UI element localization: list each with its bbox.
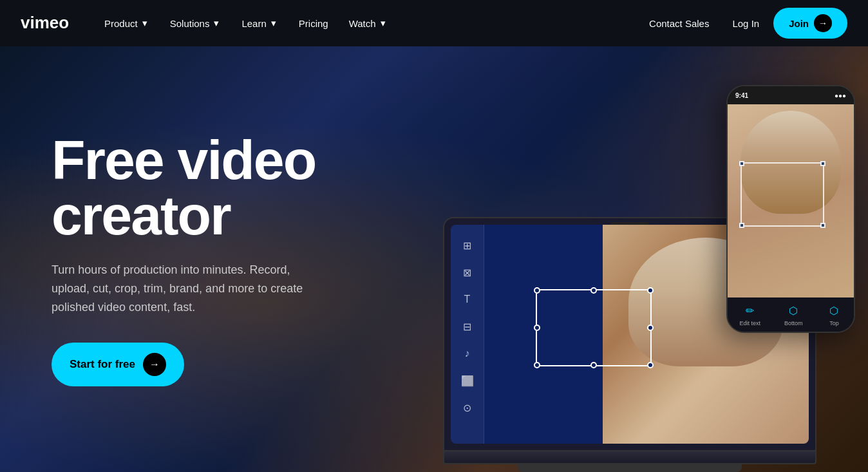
top-icon: ⬡ [826,303,842,318]
hero-devices: ⊞ ⊠ T ⊟ ♪ ⬜ ⊙ [404,46,868,472]
login-link[interactable]: Log In [723,13,768,34]
phone-mockup: 9:41 ●●● ✏ Edit text ⬡ Bot [726,85,855,333]
start-for-free-button[interactable]: Start for free → [52,343,184,386]
nav-item-pricing[interactable]: Pricing [290,13,337,34]
logo[interactable]: vimeo [21,14,72,32]
phone-handle-bl [739,223,744,228]
nav-item-watch[interactable]: Watch ▾ [340,13,397,34]
hero-content: Free video creator Turn hours of product… [0,132,328,386]
selection-handle-bottom-left [534,362,540,368]
join-button[interactable]: Join → [773,8,847,39]
phone-toolbar: ✏ Edit text ⬡ Bottom ⬡ Top [728,297,854,332]
chevron-down-icon: ▾ [140,19,149,28]
music-icon: ♪ [460,346,475,361]
hero-title: Free video creator [52,132,328,243]
settings-icon: ⊙ [460,400,475,415]
chevron-down-icon: ▾ [269,19,278,28]
arrow-right-icon: → [143,353,166,376]
selection-handle-mid-left [534,325,540,331]
layout-icon: ⊟ [460,319,475,334]
phone-selection-box [741,162,824,227]
selection-handle-mid-right [647,325,654,331]
laptop-stand [518,464,742,472]
nav-left-items: Product ▾ Solutions ▾ Learn ▾ Pricing Wa… [95,13,640,34]
navigation: vimeo Product ▾ Solutions ▾ Learn ▾ Pric… [0,0,868,46]
phone-tool-bottom: ⬡ Bottom [784,303,803,326]
arrow-right-icon: → [814,14,832,32]
nav-item-solutions[interactable]: Solutions ▾ [161,13,231,34]
phone-tool-top: ⬡ Top [826,303,842,326]
edit-text-icon: ✏ [742,303,758,318]
phone-statusbar: 9:41 ●●● [728,86,854,104]
caption-icon: ⬜ [460,373,475,388]
phone-tool-edit-text: ✏ Edit text [739,303,760,326]
contact-sales-link[interactable]: Contact Sales [640,13,718,34]
selection-handle-bottom-mid [590,362,597,368]
phone-screen [728,104,854,297]
laptop-toolbar: ⊞ ⊠ T ⊟ ♪ ⬜ ⊙ [451,225,484,444]
selection-handle-top-right [647,287,654,294]
text-icon: T [460,292,475,307]
laptop-base [443,451,816,464]
phone-handle-br [820,223,826,228]
vimeo-logo-svg: vimeo [21,14,72,32]
nav-item-learn[interactable]: Learn ▾ [232,13,287,34]
phone-handle-tr [820,161,826,166]
svg-text:vimeo: vimeo [21,14,69,32]
chevron-down-icon: ▾ [379,19,388,28]
selection-handle-top-mid [590,287,597,294]
phone-handle-tl [739,161,744,166]
chevron-down-icon: ▾ [212,19,221,28]
selection-handle-bottom-right [647,362,654,368]
bottom-icon: ⬡ [786,303,801,318]
selection-box [536,289,652,366]
nav-right-items: Contact Sales Log In Join → [640,8,847,39]
image-icon: ⊠ [460,265,475,280]
grid-icon: ⊞ [460,238,475,253]
hero-subtitle: Turn hours of production into minutes. R… [52,261,328,316]
nav-item-product[interactable]: Product ▾ [95,13,158,34]
selection-handle-top-left [534,287,540,294]
hero-section: Free video creator Turn hours of product… [0,46,868,472]
